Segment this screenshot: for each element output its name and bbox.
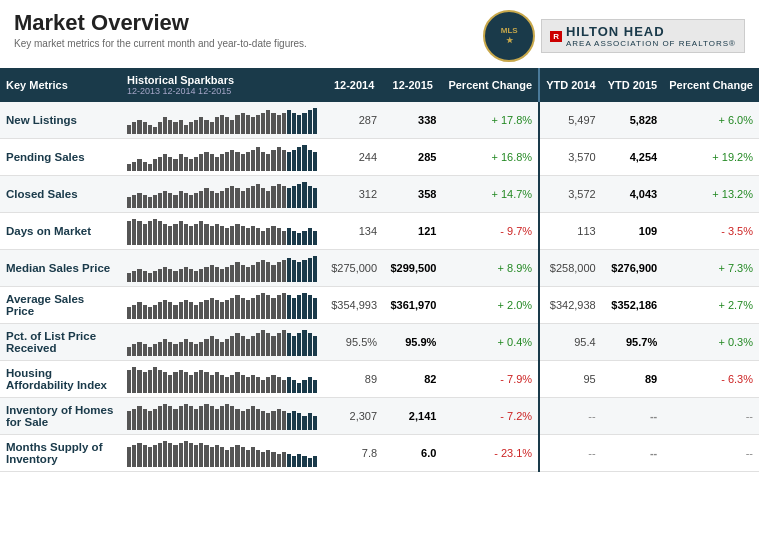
val-2015: 358 <box>383 176 442 213</box>
pct-change: - 7.2% <box>442 398 539 435</box>
col-key-metrics: Key Metrics <box>0 68 121 102</box>
table-row: Months Supply of Inventory7.86.0- 23.1%-… <box>0 435 759 472</box>
pct-change: + 8.9% <box>442 250 539 287</box>
col-ytd-pct: Percent Change <box>663 68 759 102</box>
val-2014: 312 <box>325 176 383 213</box>
sparkbar <box>121 213 325 250</box>
hilton-text: HILTON HEAD <box>566 24 736 39</box>
val-2014: $275,000 <box>325 250 383 287</box>
sparkbar <box>121 398 325 435</box>
hilton-head-logo: R HILTON HEAD AREA ASSOCIATION OF REALTO… <box>541 19 745 53</box>
table-row: Pending Sales244285+ 16.8%3,5704,254+ 19… <box>0 139 759 176</box>
mls-logo: MLS★ <box>483 10 535 62</box>
val-2014: 134 <box>325 213 383 250</box>
metric-name: Closed Sales <box>0 176 121 213</box>
ytd-2014: $258,000 <box>539 250 602 287</box>
table-row: Average Sales Price$354,993$361,970+ 2.0… <box>0 287 759 324</box>
table-row: Inventory of Homes for Sale2,3072,141- 7… <box>0 398 759 435</box>
page-subtitle: Key market metrics for the current month… <box>14 38 307 49</box>
ytd-pct-change: + 7.3% <box>663 250 759 287</box>
ytd-2015: 4,043 <box>602 176 664 213</box>
col-sparkbars: Historical Sparkbars 12-2013 12-2014 12-… <box>121 68 325 102</box>
val-2014: 89 <box>325 361 383 398</box>
metric-name: New Listings <box>0 102 121 139</box>
col-ytd-2014: YTD 2014 <box>539 68 602 102</box>
ytd-2014: 95 <box>539 361 602 398</box>
metric-name: Pct. of List Price Received <box>0 324 121 361</box>
pct-change: + 2.0% <box>442 287 539 324</box>
ytd-2014: 3,570 <box>539 139 602 176</box>
ytd-2014: 5,497 <box>539 102 602 139</box>
ytd-2015: 89 <box>602 361 664 398</box>
table-row: Days on Market134121- 9.7%113109- 3.5% <box>0 213 759 250</box>
ytd-pct-change: - 3.5% <box>663 213 759 250</box>
col-pct-change: Percent Change <box>442 68 539 102</box>
ytd-2015: -- <box>602 435 664 472</box>
sparkbar <box>121 102 325 139</box>
metric-name: Pending Sales <box>0 139 121 176</box>
val-2015: $361,970 <box>383 287 442 324</box>
table-row: Housing Affordability Index8982- 7.9%958… <box>0 361 759 398</box>
col-2015: 12-2015 <box>383 68 442 102</box>
pct-change: - 9.7% <box>442 213 539 250</box>
ytd-2014: 113 <box>539 213 602 250</box>
ytd-2014: 3,572 <box>539 176 602 213</box>
market-table: Key Metrics Historical Sparkbars 12-2013… <box>0 68 759 472</box>
ytd-2015: 4,254 <box>602 139 664 176</box>
pct-change: - 7.9% <box>442 361 539 398</box>
realtor-badge: R <box>550 31 562 42</box>
val-2014: 244 <box>325 139 383 176</box>
page-title: Market Overview <box>14 10 307 36</box>
col-2014: 12-2014 <box>325 68 383 102</box>
metric-name: Inventory of Homes for Sale <box>0 398 121 435</box>
ytd-2014: $342,938 <box>539 287 602 324</box>
pct-change: + 0.4% <box>442 324 539 361</box>
table-row: Median Sales Price$275,000$299,500+ 8.9%… <box>0 250 759 287</box>
val-2015: 121 <box>383 213 442 250</box>
head-text: AREA ASSOCIATION OF REALTORS® <box>566 39 736 48</box>
pct-change: + 16.8% <box>442 139 539 176</box>
ytd-pct-change: + 0.3% <box>663 324 759 361</box>
val-2015: 6.0 <box>383 435 442 472</box>
sparkbar <box>121 250 325 287</box>
val-2015: 95.9% <box>383 324 442 361</box>
sparkbar <box>121 287 325 324</box>
ytd-pct-change: + 6.0% <box>663 102 759 139</box>
pct-change: - 23.1% <box>442 435 539 472</box>
val-2015: 285 <box>383 139 442 176</box>
pct-change: + 14.7% <box>442 176 539 213</box>
sparkbar <box>121 361 325 398</box>
header: Market Overview Key market metrics for t… <box>0 0 759 68</box>
metric-name: Housing Affordability Index <box>0 361 121 398</box>
metric-name: Days on Market <box>0 213 121 250</box>
col-ytd-2015: YTD 2015 <box>602 68 664 102</box>
val-2014: 7.8 <box>325 435 383 472</box>
ytd-2015: 95.7% <box>602 324 664 361</box>
ytd-pct-change: -- <box>663 435 759 472</box>
val-2014: 287 <box>325 102 383 139</box>
header-left: Market Overview Key market metrics for t… <box>14 10 307 49</box>
ytd-pct-change: + 19.2% <box>663 139 759 176</box>
ytd-pct-change: + 13.2% <box>663 176 759 213</box>
val-2015: $299,500 <box>383 250 442 287</box>
ytd-2014: -- <box>539 435 602 472</box>
val-2014: $354,993 <box>325 287 383 324</box>
val-2014: 95.5% <box>325 324 383 361</box>
metric-name: Median Sales Price <box>0 250 121 287</box>
ytd-2014: -- <box>539 398 602 435</box>
ytd-2015: 109 <box>602 213 664 250</box>
table-row: Closed Sales312358+ 14.7%3,5724,043+ 13.… <box>0 176 759 213</box>
table-row: Pct. of List Price Received95.5%95.9%+ 0… <box>0 324 759 361</box>
sparkbar <box>121 435 325 472</box>
metric-name: Months Supply of Inventory <box>0 435 121 472</box>
val-2015: 2,141 <box>383 398 442 435</box>
ytd-pct-change: + 2.7% <box>663 287 759 324</box>
ytd-pct-change: -- <box>663 398 759 435</box>
ytd-pct-change: - 6.3% <box>663 361 759 398</box>
sparkbar <box>121 324 325 361</box>
ytd-2015: $352,186 <box>602 287 664 324</box>
sparkbar <box>121 176 325 213</box>
pct-change: + 17.8% <box>442 102 539 139</box>
sparkbar <box>121 139 325 176</box>
ytd-2015: -- <box>602 398 664 435</box>
